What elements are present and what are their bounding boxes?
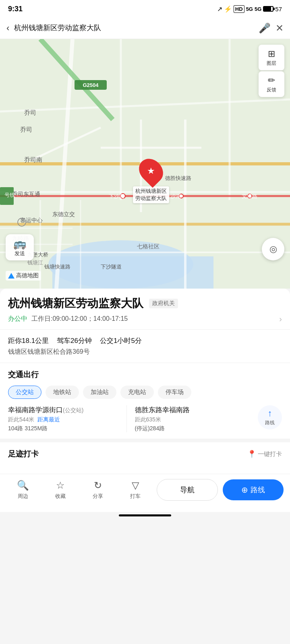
svg-text:钱塘江: 钱塘江 (27, 260, 43, 266)
nav-share-label: 分享 (93, 493, 103, 500)
svg-text:乔司: 乔司 (24, 109, 36, 116)
locate-icon: ◎ (269, 244, 277, 254)
taxi-icon: ▽ (132, 480, 139, 491)
footprint-action-label: 一键打卡 (258, 450, 282, 458)
route-arrow-icon: ↑ (268, 408, 272, 419)
chevron-right-icon: › (279, 314, 282, 324)
poi-pin: ★ (134, 154, 168, 188)
search-bar: ‹ 杭州钱塘新区劳动监察大队 🎤 ✕ (0, 18, 290, 39)
signal-5g-1: 5G (246, 6, 253, 12)
transport-tabs: 公交站 地铁站 加油站 充电站 停车场 (8, 386, 282, 399)
svg-text:乔司: 乔司 (20, 126, 32, 133)
detail-title: 杭州钱塘新区劳动监察大队 (8, 297, 143, 310)
driving-time: 驾车26分钟 (57, 336, 92, 345)
route-btn-area: ↑ 路线 (258, 405, 282, 429)
nav-taxi[interactable]: ▽ 打车 (117, 480, 154, 500)
poi-marker[interactable]: ★ 杭州钱塘新区 劳动监察大队 (133, 158, 169, 203)
nav-taxi-label: 打车 (130, 493, 141, 500)
bus-stop-right: 德胜东路幸福南路 距此635米 (停运)284路 (126, 405, 253, 433)
svg-text:客运中心: 客运中心 (20, 217, 43, 223)
footprint-section: 足迹打卡 📍 一键打卡 (0, 439, 290, 466)
nav-nearby[interactable]: 🔍 周边 (4, 480, 41, 500)
poi-label: 杭州钱塘新区 劳动监察大队 (133, 186, 169, 203)
svg-rect-2 (52, 256, 213, 289)
svg-text:号线: 号线 (4, 192, 15, 198)
poi-star-icon: ★ (147, 166, 155, 176)
bottom-nav: 🔍 周边 ☆ 收藏 ↻ 分享 ▽ 打车 导航 ⊕ 路线 (0, 474, 290, 512)
close-button[interactable]: ✕ (276, 23, 284, 34)
bus-routes-right: (停运)284路 (135, 425, 253, 432)
layers-button[interactable]: ⊞ 图层 (259, 45, 284, 70)
map-logo: 高德地图 (6, 271, 41, 281)
svg-text:钱塘快速路: 钱塘快速路 (44, 264, 70, 270)
bus-stop-left: 幸福南路学源街口(公交站) 距此544米 距离最近 104路 3125M路 (8, 405, 126, 433)
nav-collect[interactable]: ☆ 收藏 (41, 480, 79, 500)
transit-time: 公交1小时5分 (100, 336, 142, 345)
layers-label: 图层 (267, 60, 276, 67)
detail-tag: 政府机关 (149, 299, 178, 308)
detail-panel: 杭州钱塘新区劳动监察大队 政府机关 办公中 工作日:09:00-12:00；14… (0, 289, 290, 474)
voice-button[interactable]: 🎤 (259, 23, 271, 34)
route-button[interactable]: ↑ 路线 (258, 405, 282, 429)
bus-stop-left-name: 幸福南路学源街口(公交站) (8, 405, 126, 415)
locate-button[interactable]: ◎ (262, 238, 284, 260)
route-big-label: 路线 (251, 485, 265, 495)
bus-stop-right-name: 德胜东路幸福南路 (135, 405, 253, 415)
layers-icon: ⊞ (268, 49, 275, 59)
transport-section: 交通出行 公交站 地铁站 加油站 充电站 停车场 幸福南路学源街口(公交站) 距… (0, 363, 290, 440)
tab-bus-stop[interactable]: 公交站 (8, 386, 41, 399)
detail-header: 杭州钱塘新区劳动监察大队 政府机关 办公中 工作日:09:00-12:00；14… (0, 289, 290, 330)
bus-stop-right-meta: 距此635米 (135, 416, 253, 423)
tab-charging[interactable]: 充电站 (120, 386, 154, 399)
star-icon: ☆ (56, 480, 65, 491)
search-input[interactable]: 杭州钱塘新区劳动监察大队 (14, 23, 254, 33)
battery-fill (264, 7, 271, 11)
detail-status-row[interactable]: 办公中 工作日:09:00-12:00；14:00-17:15 › (8, 314, 282, 324)
tab-gas-station[interactable]: 加油站 (83, 386, 116, 399)
svg-text:乔司东互通: 乔司东互通 (12, 191, 40, 197)
status-bar: 9:31 ↗ ⚡ HD 5G 5G 57 (0, 0, 290, 18)
svg-text:东德立交: 东德立交 (52, 211, 75, 217)
location-icon: ↗ (217, 5, 222, 13)
send-label: 发送 (14, 250, 25, 257)
back-button[interactable]: ‹ (6, 23, 9, 33)
navigate-button[interactable]: 导航 (157, 479, 218, 501)
map-container[interactable]: G2504 乔司 乔司 乔司南 乔司东互通 客运中心 九睦路 下沙西 金沙湖 文… (0, 39, 290, 289)
business-hours: 工作日:09:00-12:00；14:00-17:15 (31, 315, 128, 323)
distance-block: 距你18.1公里 驾车26分钟 公交1小时5分 钱塘区钱塘新区松合路369号 (0, 330, 290, 363)
footprint-title: 足迹打卡 (8, 449, 39, 459)
send-button[interactable]: 🚌 发送 (6, 234, 34, 260)
detail-title-row: 杭州钱塘新区劳动监察大队 政府机关 (8, 297, 282, 310)
svg-text:乔司南: 乔司南 (24, 156, 42, 163)
tab-parking[interactable]: 停车场 (158, 386, 191, 399)
nav-share[interactable]: ↻ 分享 (79, 480, 116, 500)
bus-routes-left: 104路 3125M路 (8, 425, 126, 432)
footprint-action[interactable]: 📍 一键打卡 (247, 450, 282, 458)
battery-percent: 57 (275, 6, 282, 12)
share-icon: ↻ (94, 480, 102, 491)
signal-5g-2: 5G (255, 6, 261, 12)
feedback-button[interactable]: ✏ 反馈 (259, 71, 284, 97)
bus-stop-left-meta: 距此544米 距离最近 (8, 416, 126, 423)
status-icons: ↗ ⚡ HD 5G 5G 57 (217, 5, 282, 13)
route-btn-label: 路线 (265, 419, 275, 426)
status-time: 9:31 (8, 5, 23, 13)
svg-text:文泽路: 文泽路 (242, 193, 257, 199)
checkin-icon: 📍 (247, 450, 256, 458)
svg-text:G2504: G2504 (83, 82, 99, 88)
nav-collect-label: 收藏 (55, 493, 66, 500)
bus-stops-container: 幸福南路学源街口(公交站) 距此544米 距离最近 104路 3125M路 德胜… (8, 405, 282, 433)
tab-subway[interactable]: 地铁站 (46, 386, 79, 399)
send-icon: 🚌 (13, 237, 26, 250)
bluetooth-icon: ⚡ (224, 5, 232, 13)
navigate-label: 导航 (180, 485, 195, 495)
svg-text:下沙西: 下沙西 (109, 193, 124, 199)
bus-stops-inner: 幸福南路学源街口(公交站) 距此544米 距离最近 104路 3125M路 德胜… (8, 405, 253, 433)
route-big-icon: ⊕ (241, 485, 248, 495)
map-button-group: ⊞ 图层 ✏ 反馈 (259, 45, 284, 97)
battery-icon (263, 6, 273, 12)
route-big-button[interactable]: ⊕ 路线 (223, 479, 284, 500)
map-logo-text: 高德地图 (16, 272, 39, 279)
feedback-label: 反馈 (267, 87, 276, 93)
transport-title: 交通出行 (8, 369, 282, 380)
